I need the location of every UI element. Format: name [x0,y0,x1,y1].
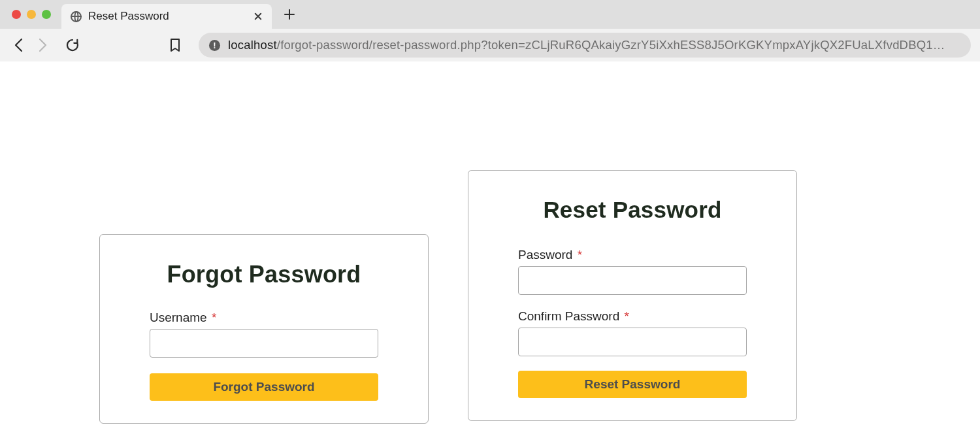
required-mark: * [212,311,216,324]
close-tab-button[interactable] [252,10,264,22]
site-info-icon[interactable]: ! [209,40,220,51]
username-label-text: Username [150,311,207,324]
tab-title: Reset Password [88,10,252,23]
toolbar: ! localhost/forgot-password/reset-passwo… [0,29,980,61]
browser-chrome: Reset Password ! localhost/forgot-passwo… [0,0,980,61]
forward-button[interactable] [33,32,52,58]
globe-icon [71,11,82,22]
forgot-password-card: Forgot Password Username * Forgot Passwo… [99,234,429,424]
window-controls [0,0,57,29]
window-close-button[interactable] [12,10,21,19]
password-field-group: Password * [518,248,747,295]
username-input[interactable] [150,329,378,358]
url-path: /forgot-password/reset-password.php?toke… [277,38,945,52]
confirm-password-label: Confirm Password * [518,309,747,324]
username-label: Username * [150,311,378,325]
reset-password-button[interactable]: Reset Password [518,371,747,398]
page-content: Forgot Password Username * Forgot Passwo… [0,61,980,440]
required-mark: * [625,309,629,323]
reload-button[interactable] [63,32,82,58]
reset-heading: Reset Password [518,197,747,223]
url-bar[interactable]: ! localhost/forgot-password/reset-passwo… [199,33,971,58]
url-host: localhost [228,38,277,52]
required-mark: * [578,248,582,262]
confirm-password-label-text: Confirm Password [518,309,619,323]
username-field-group: Username * [150,311,378,358]
browser-tab[interactable]: Reset Password [61,4,272,29]
password-label-text: Password [518,248,572,262]
reset-password-card: Reset Password Password * Confirm Passwo… [468,170,797,421]
forgot-heading: Forgot Password [150,261,378,288]
confirm-password-input[interactable] [518,328,747,356]
window-maximize-button[interactable] [42,10,51,19]
back-button[interactable] [9,32,29,58]
url-text: localhost/forgot-password/reset-password… [228,38,945,52]
password-input[interactable] [518,266,747,295]
bookmark-button[interactable] [166,38,184,52]
tab-bar: Reset Password [0,0,980,29]
confirm-password-field-group: Confirm Password * [518,309,747,356]
password-label: Password * [518,248,747,262]
forgot-password-button[interactable]: Forgot Password [150,373,378,401]
window-minimize-button[interactable] [27,10,36,19]
new-tab-button[interactable] [284,8,295,20]
